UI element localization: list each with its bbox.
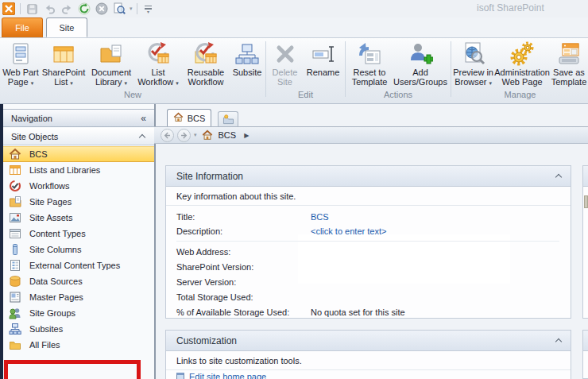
- field-label: Title:: [176, 212, 195, 222]
- breadcrumb-bar: ▾ BCS ▶: [154, 126, 588, 144]
- save-icon[interactable]: [25, 2, 39, 16]
- sidebar-item-site-groups[interactable]: Site Groups: [3, 305, 154, 321]
- group-label-edit: Edit: [267, 90, 344, 99]
- sidebar-item-subsites[interactable]: Subsites: [3, 321, 154, 337]
- sharepoint-list-icon: [51, 41, 76, 67]
- group-label-new: New: [2, 90, 264, 99]
- sidebar-item-all-files[interactable]: All Files: [3, 337, 154, 353]
- field-label: Web Address:: [176, 247, 230, 257]
- title-bar: ▾ ▾ isoft SharePoint: [0, 0, 588, 17]
- delete-site-icon: [273, 41, 298, 67]
- collapse-panel-icon[interactable]: [555, 338, 562, 345]
- web-part-page-button[interactable]: Web Part Page ▾: [2, 40, 40, 89]
- quota-value: No quota set for this site: [311, 307, 405, 317]
- blank-values-area: [298, 234, 510, 284]
- scrollbar-thumb[interactable]: [584, 195, 588, 208]
- window-title: isoft SharePoint: [477, 2, 588, 14]
- stop-icon[interactable]: [95, 2, 109, 16]
- tab-file[interactable]: File: [2, 17, 43, 37]
- save-as-template-button[interactable]: Save as Template: [550, 40, 588, 89]
- customize-qat-icon[interactable]: ▾: [141, 2, 156, 16]
- home-icon: [9, 148, 21, 160]
- field-label: SharePoint Version:: [176, 262, 253, 272]
- reusable-workflow-button[interactable]: Reusable Workflow: [181, 40, 230, 89]
- sharepoint-list-button[interactable]: SharePoint List ▾: [40, 40, 87, 89]
- site-information-subtitle: Key information about this site.: [166, 187, 571, 206]
- breadcrumb[interactable]: BCS: [219, 130, 237, 140]
- divider: [176, 241, 559, 242]
- sidebar-item-lists-and-libraries[interactable]: Lists and Libraries: [3, 162, 154, 178]
- content-types-icon: [9, 227, 21, 240]
- site-groups-icon: [9, 307, 21, 319]
- preview-icon[interactable]: [112, 2, 126, 16]
- collapse-panel-icon[interactable]: [555, 174, 562, 180]
- document-library-button[interactable]: Document Library ▾: [87, 40, 135, 89]
- lists-libraries-icon: [9, 164, 21, 176]
- edit-site-home-page-link[interactable]: Edit site home page: [176, 372, 266, 379]
- ribbon: Web Part Page ▾ SharePoint List ▾ Docume…: [0, 37, 588, 104]
- back-button[interactable]: [161, 129, 174, 142]
- forward-button[interactable]: [177, 129, 191, 142]
- sidebar-item-master-pages[interactable]: Master Pages: [3, 289, 154, 305]
- red-highlight-annotation: [4, 360, 141, 379]
- administration-web-page-button[interactable]: Administration Web Page: [494, 40, 550, 89]
- site-assets-icon: [9, 211, 21, 224]
- document-library-icon: [99, 41, 124, 67]
- ribbon-tab-row: File Site: [0, 17, 588, 37]
- collapse-section-icon[interactable]: [139, 134, 145, 141]
- field-label: Description:: [176, 226, 222, 236]
- site-title-link[interactable]: BCS: [311, 212, 329, 222]
- list-workflow-icon: [145, 41, 171, 67]
- subsites-icon: [9, 323, 21, 335]
- breadcrumb-expand-icon[interactable]: ▶: [244, 132, 249, 139]
- rename-button[interactable]: Rename: [303, 40, 344, 89]
- add-users-groups-icon: [408, 41, 433, 67]
- add-users-groups-button[interactable]: Add Users/Groups: [392, 40, 449, 89]
- reset-to-template-button[interactable]: Reset to Template: [347, 40, 392, 89]
- subsite-button[interactable]: Subsite: [230, 40, 264, 89]
- list-workflow-button[interactable]: List Workflow ▾: [135, 40, 181, 89]
- tab-site[interactable]: Site: [46, 17, 87, 37]
- sidebar-item-site-columns[interactable]: Site Columns: [3, 242, 154, 257]
- document-tab-bcs[interactable]: BCS: [167, 109, 211, 126]
- ribbon-group-actions: Reset to Template Add Users/Groups Actio…: [346, 40, 450, 102]
- new-tab-button[interactable]: [218, 111, 238, 126]
- site-objects-header[interactable]: Site Objects: [3, 128, 154, 145]
- sidebar-item-site-assets[interactable]: Site Assets: [3, 210, 154, 226]
- all-files-icon: [9, 338, 21, 351]
- navigation-pane-header[interactable]: Navigation «: [3, 109, 154, 127]
- sidebar-item-bcs[interactable]: BCS: [3, 146, 154, 162]
- dropdown-caret-icon: ▾: [176, 80, 179, 86]
- ribbon-group-new: Web Part Page ▾ SharePoint List ▾ Docume…: [2, 40, 264, 102]
- panel-title: Site Information: [176, 171, 243, 182]
- site-description-link[interactable]: <click to enter text>: [311, 226, 386, 236]
- sidebar-item-content-types[interactable]: Content Types: [3, 226, 154, 242]
- workflows-icon: [9, 180, 21, 192]
- sidebar-item-workflows[interactable]: Workflows: [3, 178, 154, 194]
- pane-splitter[interactable]: [154, 104, 156, 379]
- web-part-page-icon: [8, 41, 33, 67]
- undo-icon[interactable]: [42, 2, 56, 16]
- preview-in-browser-icon: [461, 41, 486, 67]
- quick-access-toolbar: ▾ ▾: [2, 2, 156, 16]
- preview-dropdown-caret-icon[interactable]: ▾: [130, 6, 133, 12]
- page-edit-icon: [176, 373, 184, 379]
- redo-icon[interactable]: [60, 2, 74, 16]
- qat-separator: [137, 3, 137, 14]
- ribbon-group-edit: Delete Site Rename Edit: [267, 40, 344, 102]
- site-pages-icon: [9, 195, 21, 208]
- sharepoint-designer-window: ▾ ▾ isoft SharePoint File Site Web Part …: [0, 0, 588, 379]
- site-objects-title: Site Objects: [11, 132, 58, 141]
- home-icon: [173, 112, 184, 124]
- customization-panel: Customization Links to site customizatio…: [165, 330, 571, 379]
- customization-header[interactable]: Customization: [166, 331, 571, 351]
- site-information-header[interactable]: Site Information: [166, 166, 571, 187]
- collapse-pane-icon[interactable]: «: [141, 113, 146, 124]
- sidebar-item-external-content-types[interactable]: External Content Types: [3, 257, 154, 273]
- sidebar-item-data-sources[interactable]: Data Sources: [3, 273, 154, 289]
- app-icon[interactable]: [2, 2, 16, 16]
- refresh-icon[interactable]: [77, 2, 91, 16]
- recent-pages-caret-icon[interactable]: ▾: [194, 132, 197, 138]
- sidebar-item-site-pages[interactable]: Site Pages: [3, 194, 154, 210]
- preview-in-browser-button[interactable]: Preview in Browser ▾: [452, 40, 494, 89]
